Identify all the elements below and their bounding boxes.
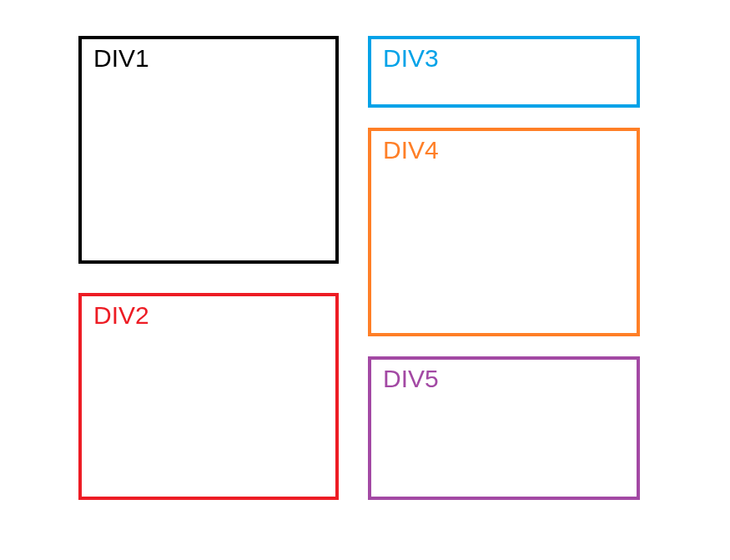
div2-box: DIV2 (78, 293, 339, 500)
div4-label: DIV4 (383, 136, 439, 164)
div5-label: DIV5 (383, 365, 439, 392)
div1-label: DIV1 (93, 44, 149, 72)
div1-box: DIV1 (78, 36, 339, 264)
div5-box: DIV5 (368, 356, 640, 500)
div4-box: DIV4 (368, 128, 640, 336)
div3-label: DIV3 (383, 44, 439, 72)
div3-box: DIV3 (368, 36, 640, 108)
div2-label: DIV2 (93, 301, 149, 329)
